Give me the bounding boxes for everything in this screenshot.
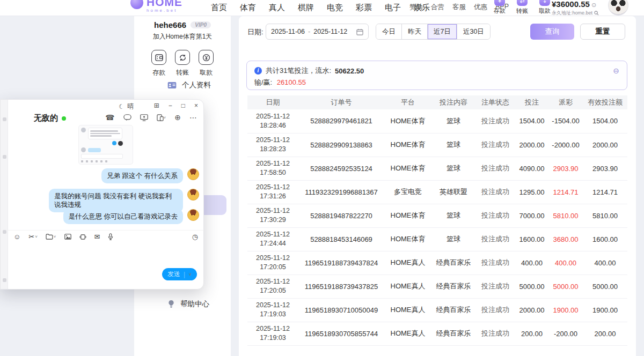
date-start-value: 2025-11-06 (271, 28, 305, 35)
nav-item-partner[interactable]: 合营 (431, 3, 444, 12)
refresh-balance-icon[interactable]: ⊙ (591, 2, 596, 8)
add-plus-icon[interactable]: ⊕ (174, 113, 181, 122)
sidebar-transfer-button[interactable]: 转账 (175, 50, 190, 77)
filter-row: 日期: 2025-11-06 - 2025-11-12 今日 昨天 近7日 近3… (239, 16, 636, 55)
weather-moon-icon: ☾ (119, 103, 125, 110)
nav-item-home[interactable]: 首页 (211, 3, 227, 13)
microphone-icon[interactable] (108, 233, 113, 240)
table-row: 2025-11-1217:58:50 5288824592535124 HOME… (247, 157, 627, 180)
order-number: 1196518930705855744 (298, 322, 384, 345)
navbar-withdraw-button[interactable]: ↧ 取款 (538, 0, 552, 15)
window-shake-icon[interactable] (79, 234, 86, 240)
voice-call-icon[interactable]: ☎ (105, 113, 114, 122)
calendar-icon (356, 28, 363, 35)
order-number: 1196519188739437824 (298, 251, 384, 275)
balance-amount: ¥36000.55 (552, 0, 590, 9)
vip-badge: VIP0 (191, 21, 211, 28)
reset-button[interactable]: 重置 (580, 24, 625, 40)
sidebar-username: hehe666 (154, 20, 186, 29)
nav-item-slots[interactable]: 电子 (385, 3, 401, 13)
deposit-icon: ¥ (494, 0, 505, 6)
range-yesterday-button[interactable]: 昨天 (401, 24, 427, 39)
query-button[interactable]: 查询 (530, 24, 574, 40)
sidebar-item-label: 个人资料 (182, 80, 211, 90)
info-icon: i (254, 67, 262, 75)
col-bet: 投注 (515, 95, 548, 109)
navbar-transfer-button[interactable]: ⇄ 转账 (515, 0, 529, 15)
logo-title: HOME (147, 0, 182, 8)
order-number: 1119323291996881367 (298, 180, 384, 204)
sidebar-item-profile[interactable]: 个人资料 (134, 79, 231, 91)
message-bubble: 兄弟 跟这个 有什么关系 (101, 168, 183, 183)
pin-window-icon[interactable]: ⊞ (154, 102, 159, 109)
remote-device-icon[interactable]: ˅ (157, 114, 166, 121)
main-nav: 首页 体育 真人 棋牌 电竞 彩票 电子 娱乐 (211, 3, 430, 13)
emoji-icon[interactable]: ☺ (13, 233, 20, 241)
sidebar-deposit-button[interactable]: 存款 (151, 50, 166, 77)
range-7days-button[interactable]: 近7日 (427, 24, 457, 39)
send-options-caret-icon[interactable]: ∨ (188, 272, 192, 277)
nav-item-live[interactable]: 真人 (269, 3, 285, 13)
shared-screenshot-image[interactable] (78, 125, 133, 165)
nav-item-service[interactable]: 客服 (452, 3, 466, 12)
message-bubble: 是什么意思 你可以自己看游戏记录去 (63, 209, 183, 224)
table-row: 2025-11-1217:20:05 1196519188739437824 H… (247, 251, 627, 275)
transfer-icon: ⇄ (517, 0, 528, 6)
image-icon[interactable] (64, 234, 71, 240)
chat-input-toolbar: ☺ ✂˅ ˅ ✉ ◷ (8, 230, 203, 243)
screen-share-icon[interactable] (140, 114, 148, 121)
winloss-value: 26100.55 (277, 78, 306, 86)
nav-item-cards[interactable]: 棋牌 (298, 3, 314, 13)
sender-avatar[interactable] (187, 168, 199, 180)
send-button[interactable]: 发送 | ∨ (162, 268, 197, 280)
logo-ball-icon (130, 0, 143, 9)
sidebar-withdraw-button[interactable]: 取款 (199, 50, 214, 77)
screenshot-scissors-icon[interactable]: ✂˅ (28, 233, 38, 241)
col-status: 注单状态 (475, 95, 515, 109)
order-number: 5288829909138863 (298, 133, 384, 157)
sender-avatar[interactable] (187, 189, 199, 201)
weather-label: 晴 (127, 102, 134, 111)
date-range-picker[interactable]: 2025-11-06 - 2025-11-12 (266, 24, 369, 40)
navbar-deposit-button[interactable]: ¥ 存款 (493, 0, 507, 15)
nav-item-promo[interactable]: 优惠 (474, 3, 487, 12)
id-card-icon (167, 81, 177, 89)
chat-contact-name: 无敌的 (34, 113, 58, 123)
balance-area: ¥36000.55⊙ 永久地址:home.bet (552, 0, 599, 16)
mail-icon[interactable]: ✉ (94, 233, 100, 241)
table-row: 2025-11-1217:30:29 5288819487822270 HOME… (247, 204, 627, 227)
nav-item-sponsor[interactable]: 赞助 (409, 3, 423, 12)
site-logo[interactable]: HOME home.bet (130, 0, 182, 13)
col-payout: 派彩 (548, 95, 583, 109)
video-chat-icon[interactable] (123, 114, 131, 121)
user-avatar[interactable] (608, 0, 628, 16)
file-folder-icon[interactable]: ˅ (46, 234, 56, 240)
permanent-domain: 永久地址:home.bet (552, 10, 592, 16)
minimize-icon[interactable]: − (169, 102, 172, 109)
table-row: 2025-11-1217:24:44 5288818453146069 HOME… (247, 227, 627, 251)
col-valid: 有效投注额 (583, 95, 627, 109)
table-row: 2025-11-1217:19:03 1196518930710050049 H… (247, 298, 627, 322)
range-today-button[interactable]: 今日 (376, 24, 401, 39)
quick-range-group: 今日 昨天 近7日 近30日 (376, 24, 491, 40)
date-label: 日期: (247, 27, 264, 37)
nav-item-lottery[interactable]: 彩票 (356, 3, 372, 13)
table-row: 2025-11-1218:28:46 5288829979461821 HOME… (247, 109, 627, 133)
sidebar-item-help-center[interactable]: 帮助中心 (134, 298, 231, 310)
collapse-summary-icon[interactable]: ⊖ (613, 66, 619, 75)
maximize-icon[interactable]: □ (181, 102, 185, 109)
nav-item-esports[interactable]: 电竞 (327, 3, 343, 13)
order-number: 1196518930710050049 (298, 298, 384, 322)
order-number: 1196519188739437825 (298, 275, 384, 298)
sender-avatar[interactable] (187, 209, 199, 221)
summary-turnover: 50622.50 (335, 67, 364, 75)
col-order: 订单号 (298, 95, 384, 109)
col-content: 投注内容 (431, 95, 475, 109)
chat-history-icon[interactable]: ◷ (192, 233, 198, 241)
chat-message: 兄弟 跟这个 有什么关系 (101, 168, 199, 183)
nav-item-sports[interactable]: 体育 (240, 3, 256, 13)
magnifier-icon[interactable] (594, 11, 599, 16)
close-icon[interactable]: × (194, 102, 198, 109)
range-30days-button[interactable]: 近30日 (457, 24, 490, 39)
more-options-icon[interactable]: ⋯ (189, 113, 197, 122)
